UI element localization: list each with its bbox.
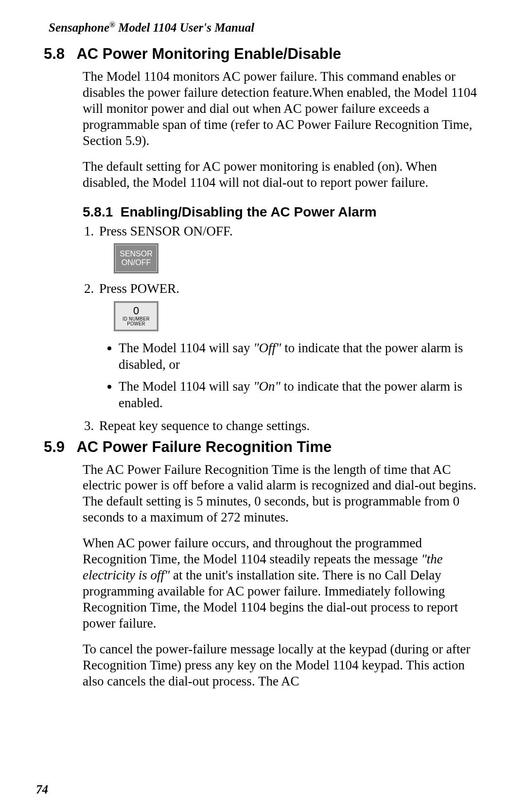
key-label-big: 0 [115,306,157,316]
bullet-text: The Model 1104 will say [119,379,253,394]
key-label-line: ON/OFF [115,258,157,267]
key-label-line: SENSOR [115,250,157,258]
bullet-list: The Model 1104 will say "Off" to indicat… [99,340,481,412]
paragraph: The Model 1104 monitors AC power failure… [83,69,481,149]
section-5-8-1-heading: 5.8.1 Enabling/Disabling the AC Power Al… [83,204,481,220]
section-title: AC Power Monitoring Enable/Disable [76,45,341,62]
section-5-8-heading: 5.8 AC Power Monitoring Enable/Disable [44,45,481,63]
key-label-line: POWER [116,322,156,327]
section-number: 5.8 [44,45,73,63]
step-text: Repeat key sequence to change settings. [99,418,310,433]
bullet-item: The Model 1104 will say "Off" to indicat… [119,340,481,373]
steps-list: Press SENSOR ON/OFF. SENSOR ON/OFF Press… [83,223,481,434]
subsection-title: Enabling/Disabling the AC Power Alarm [121,204,377,219]
paragraph: To cancel the power-failure message loca… [83,641,481,689]
bullet-quote: "Off" [253,341,281,355]
section-5-9-heading: 5.9 AC Power Failure Recognition Time [44,438,481,456]
paragraph: The default setting for AC power monitor… [83,159,481,191]
step-text: Press SENSOR ON/OFF. [99,224,233,238]
paragraph: When AC power failure occurs, and throug… [83,535,481,632]
header-rest: Model 1104 User's Manual [115,21,254,34]
step-3: Repeat key sequence to change settings. [97,417,481,434]
header-reg: ® [109,20,115,29]
section-title: AC Power Failure Recognition Time [76,438,332,455]
sensor-onoff-key-icon: SENSOR ON/OFF [114,243,158,273]
header-brand: Sensaphone [49,21,109,34]
bullet-quote: "On" [253,379,280,394]
paragraph-part: When AC power failure occurs, and throug… [83,536,422,566]
bullet-text: The Model 1104 will say [119,341,253,355]
running-header: Sensaphone® Model 1104 User's Manual [49,20,481,35]
step-text: Press POWER. [99,281,179,296]
paragraph: The AC Power Failure Recognition Time is… [83,462,481,526]
page-number: 74 [36,783,48,796]
step-2: Press POWER. 0 ID NUMBER POWER The Model… [97,280,481,412]
power-key-icon: 0 ID NUMBER POWER [114,301,158,331]
step-1: Press SENSOR ON/OFF. SENSOR ON/OFF [97,223,481,274]
bullet-item: The Model 1104 will say "On" to indicate… [119,379,481,412]
subsection-number: 5.8.1 [83,204,113,219]
section-number: 5.9 [44,438,73,456]
